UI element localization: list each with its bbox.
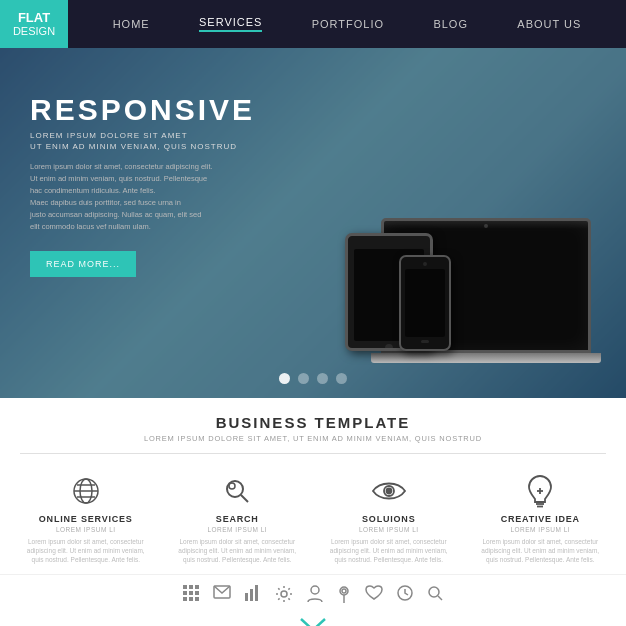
hero-text-block: RESPONSIVE LOREM IPSUM DOLORE SIT AMET U… [30,93,255,277]
feature-online-services: ONLINE SERVICES LOREM IPSUM LI Lorem ips… [10,472,162,564]
nav-about[interactable]: ABOUT US [517,18,581,30]
laptop-base [371,353,601,363]
nav-services[interactable]: SERVICES [199,16,262,32]
feature-2-sub: LOREM IPSUM LI [166,526,310,533]
search-icon [166,472,310,510]
main-nav: HOME SERVICES PORTFOLIO BLOG ABOUT US [68,16,626,32]
svg-rect-14 [183,585,187,589]
svg-point-9 [386,489,391,494]
svg-rect-21 [189,597,193,601]
footer-icons-row [0,574,626,613]
svg-rect-19 [195,591,199,595]
svg-point-30 [342,589,346,593]
svg-rect-18 [189,591,193,595]
heart-icon[interactable] [365,585,383,607]
read-more-button[interactable]: READ MORE... [30,251,136,277]
hero-body: Lorem ipsum dolor sit amet, consectetur … [30,161,255,233]
svg-line-33 [438,596,442,600]
pin-icon[interactable] [337,585,351,607]
svg-rect-25 [250,589,253,601]
dot-2[interactable] [298,373,309,384]
hero-content: RESPONSIVE LOREM IPSUM DOLORE SIT AMET U… [0,48,626,373]
hero-subtitle2: UT ENIM AD MINIM VENIAM, QUIS NOSTRUD [30,142,255,151]
business-section: BUSINESS TEMPLATE LOREM IPSUM DOLORE SIT… [0,398,626,466]
carousel-dots [279,373,347,384]
svg-point-27 [281,591,287,597]
feature-solutions: SOLUIONS LOREM IPSUM LI Lorem ipsum dolo… [313,472,465,564]
tablet-button [385,344,393,351]
nav-home[interactable]: HOME [113,18,150,30]
grid-icon[interactable] [183,585,199,607]
logo-box: FLAT DESIGN [0,0,68,48]
svg-line-6 [241,495,248,502]
dot-3[interactable] [317,373,328,384]
hero-title: RESPONSIVE [30,93,255,127]
phone-button [421,340,429,343]
feature-4-title: CREATIVE IDEA [469,514,613,524]
eye-icon [317,472,461,510]
section-divider [20,453,606,454]
feature-creative: CREATIVE IDEA LOREM IPSUM LI Lorem ipsum… [465,472,617,564]
business-subtitle: LOREM IPSUM DOLORE SIT AMET, UT ENIM AD … [20,434,606,443]
gear-icon[interactable] [275,585,293,607]
feature-2-body: Lorem ipsum dolor sit amet, consectetur … [166,537,310,564]
mail-icon[interactable] [213,585,231,607]
feature-4-sub: LOREM IPSUM LI [469,526,613,533]
logo-design: DESIGN [13,25,55,38]
feature-3-body: Lorem ipsum dolor sit amet, consectetur … [317,537,461,564]
nav-blog[interactable]: BLOG [433,18,468,30]
feature-3-sub: LOREM IPSUM LI [317,526,461,533]
svg-point-7 [229,483,235,489]
dot-1[interactable] [279,373,290,384]
feature-search: SEARCH LOREM IPSUM LI Lorem ipsum dolor … [162,472,314,564]
nav-portfolio[interactable]: PORTFOLIO [312,18,384,30]
feature-1-title: ONLINE SERVICES [14,514,158,524]
phone-screen [405,269,445,337]
hero-devices [265,93,601,373]
svg-rect-20 [183,597,187,601]
phone-body [399,255,451,351]
feature-1-sub: LOREM IPSUM LI [14,526,158,533]
logo-flat: FLAT [18,10,50,26]
svg-point-32 [429,587,439,597]
svg-rect-22 [195,597,199,601]
globe-icon [14,472,158,510]
header: FLAT DESIGN HOME SERVICES PORTFOLIO BLOG… [0,0,626,48]
hero-section: RESPONSIVE LOREM IPSUM DOLORE SIT AMET U… [0,48,626,398]
svg-rect-15 [189,585,193,589]
feature-2-title: SEARCH [166,514,310,524]
svg-rect-26 [255,585,258,601]
chart-icon[interactable] [245,585,261,607]
svg-rect-16 [195,585,199,589]
feature-4-body: Lorem ipsum dolor sit amet, consectetur … [469,537,613,564]
phone [399,255,451,351]
svg-point-29 [340,587,348,595]
footer-search-icon[interactable] [427,585,443,607]
bulb-icon [469,472,613,510]
phone-camera [423,262,427,266]
user-icon[interactable] [307,585,323,607]
chevron-down-icon[interactable] [299,617,327,626]
footer-arrow-row [0,613,626,626]
svg-point-28 [311,586,319,594]
features-row: ONLINE SERVICES LOREM IPSUM LI Lorem ips… [0,466,626,574]
svg-rect-24 [245,593,248,601]
svg-rect-17 [183,591,187,595]
feature-1-body: Lorem ipsum dolor sit amet, consectetur … [14,537,158,564]
dot-4[interactable] [336,373,347,384]
feature-3-title: SOLUIONS [317,514,461,524]
clock-icon[interactable] [397,585,413,607]
hero-subtitle: LOREM IPSUM DOLORE SIT AMET [30,131,255,140]
business-title: BUSINESS TEMPLATE [20,414,606,431]
